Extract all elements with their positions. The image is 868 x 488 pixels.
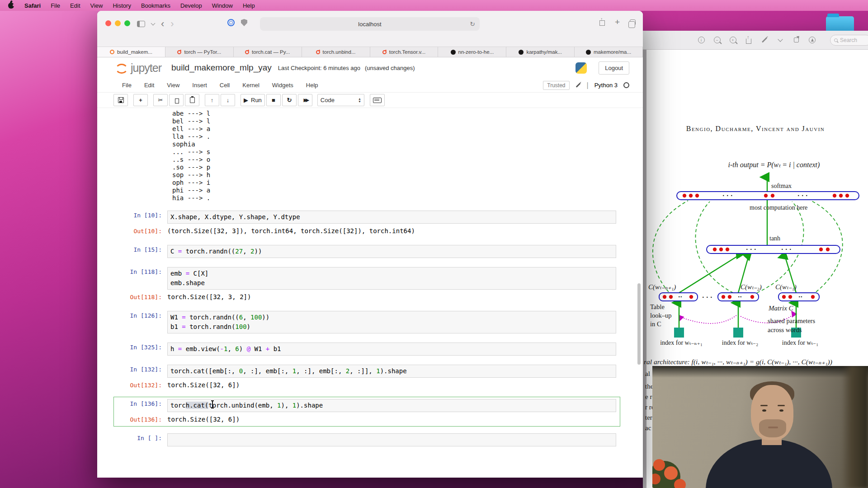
browser-tab[interactable]: torch.Tensor.v... — [370, 47, 439, 57]
zoom-out-icon[interactable]: − — [713, 36, 721, 44]
tab-overview-icon[interactable] — [630, 19, 636, 25]
notebook-menu-edit[interactable]: Edit — [144, 82, 154, 89]
notebook-cell[interactable]: In [136]:torch.cat(torch.unbind(emb, 1),… — [113, 397, 620, 427]
zoom-in-icon[interactable]: + — [729, 36, 737, 44]
notebook-cell[interactable]: In [325]:h = emb.view(-1, 6) @ W1 + b1 — [113, 340, 620, 358]
forward-button[interactable]: › — [170, 19, 174, 29]
code-input[interactable] — [167, 433, 616, 446]
restart-kernel-button[interactable]: ↻ — [282, 94, 297, 106]
chevron-down-icon[interactable] — [151, 21, 156, 26]
input-prompt: In [10]: — [118, 211, 167, 224]
browser-tab[interactable]: build_makem... — [97, 47, 165, 57]
apple-icon[interactable] — [8, 3, 14, 9]
add-cell-button[interactable]: + — [133, 94, 148, 106]
share-icon[interactable] — [599, 20, 605, 26]
text-cursor — [212, 401, 213, 408]
close-button[interactable] — [105, 20, 111, 26]
reload-icon[interactable]: ↻ — [470, 20, 475, 28]
menubar-item[interactable]: History — [108, 2, 136, 9]
move-cell-down-button[interactable]: ↓ — [221, 94, 235, 106]
logout-button[interactable]: Logout — [599, 61, 629, 75]
command-palette-button[interactable] — [370, 94, 385, 106]
input-prompt: In [ ]: — [118, 433, 167, 446]
code-input[interactable]: torch.cat(torch.unbind(emb, 1), 1).shape — [167, 399, 616, 412]
notebook-menu-help[interactable]: Help — [306, 82, 318, 89]
browser-tab[interactable]: nn-zero-to-he... — [438, 47, 506, 57]
code-input[interactable]: emb = C[X]emb.shape — [167, 267, 616, 290]
back-button[interactable]: ‹ — [161, 19, 164, 29]
highlight-icon[interactable] — [808, 36, 816, 44]
flower — [664, 466, 678, 480]
jupyter-favicon — [110, 50, 114, 54]
notebook-menu-view[interactable]: View — [167, 82, 179, 89]
fullscreen-button[interactable] — [124, 20, 130, 26]
embedding-label: C(wₜ₋₁) — [775, 283, 797, 291]
notebook-menu-insert[interactable]: Insert — [192, 82, 207, 89]
code-input[interactable]: h = emb.view(-1, 6) @ W1 + b1 — [167, 343, 616, 356]
run-button[interactable]: ▶Run — [241, 94, 265, 106]
notebook-menu-kernel[interactable]: Kernel — [242, 82, 259, 89]
notebook-cell[interactable]: In [ ]: — [113, 431, 620, 449]
scrollbar[interactable] — [637, 283, 641, 365]
tab-label: nn-zero-to-he... — [458, 49, 494, 55]
svg-text:··: ·· — [738, 293, 742, 300]
github-favicon — [451, 50, 456, 55]
save-button[interactable] — [113, 94, 128, 106]
menubar-item[interactable]: Help — [238, 2, 260, 9]
jupyter-logo-text[interactable]: jupyter — [131, 61, 161, 75]
browser-tab[interactable]: karpathy/mak... — [506, 47, 575, 57]
flower — [674, 479, 686, 488]
code-input[interactable]: X.shape, X.dtype, Y.shape, Y.dtype — [167, 211, 616, 224]
chevron-down-icon[interactable] — [776, 36, 784, 44]
paste-cell-button[interactable] — [185, 94, 199, 106]
menubar-item[interactable]: File — [46, 2, 65, 9]
menubar-item[interactable]: View — [85, 2, 108, 9]
menubar-item[interactable]: Develop — [175, 2, 207, 9]
info-icon[interactable]: i — [697, 36, 705, 44]
code-input[interactable]: W1 = torch.randn((6, 100))b1 = torch.ran… — [167, 311, 616, 333]
jupyter-logo-icon[interactable] — [113, 61, 127, 75]
copy-cell-button[interactable] — [169, 94, 184, 106]
menubar-item[interactable]: Safari — [19, 2, 46, 9]
markup-pencil-icon[interactable] — [760, 36, 769, 44]
architecture-formula: ral architecture: f(i, wₜ₋₁, ···, wₜ₋ₙ₊₁… — [644, 358, 868, 366]
address-bar[interactable]: localhost ↻ — [260, 17, 480, 31]
cell-type-select[interactable]: Code ▲▼ — [317, 94, 364, 106]
notebook-menu-cell[interactable]: Cell — [220, 82, 230, 89]
shield-extension-icon[interactable] — [241, 19, 247, 26]
browser-tab[interactable]: makemore/ma... — [575, 47, 643, 57]
menubar-item[interactable]: Bookmarks — [136, 2, 175, 9]
move-cell-up-button[interactable]: ↑ — [205, 94, 219, 106]
minimize-button[interactable] — [115, 20, 121, 26]
stop-button[interactable]: ■ — [266, 94, 281, 106]
notebook-menu-file[interactable]: File — [122, 82, 132, 89]
menubar-item[interactable]: Edit — [65, 2, 85, 9]
code-input[interactable]: C = torch.randn((27, 2)) — [167, 245, 616, 258]
sidebar-toggle-icon[interactable] — [137, 21, 145, 27]
flower — [653, 459, 665, 471]
notebook-cell[interactable]: In [15]:C = torch.randn((27, 2)) — [113, 243, 620, 260]
notebook-cell[interactable]: In [10]:X.shape, X.dtype, Y.shape, Y.dty… — [113, 208, 620, 238]
notebook-cell[interactable]: In [118]:emb = C[X]emb.shapeOut[118]:tor… — [113, 265, 620, 304]
tab-label: torch — PyTor... — [184, 49, 221, 55]
notebook-cell[interactable]: In [126]:W1 = torch.randn((6, 100))b1 = … — [113, 309, 620, 336]
menubar-item[interactable]: Window — [207, 2, 238, 9]
input-prompt: In [126]: — [118, 311, 167, 333]
edit-pencil-icon[interactable] — [576, 83, 580, 88]
new-tab-button[interactable]: + — [615, 18, 620, 26]
share-icon[interactable] — [745, 36, 753, 44]
notebook-cell[interactable]: In [132]:torch.cat([emb[:, 0, :], emb[:,… — [113, 362, 620, 392]
notebook-menu-widgets[interactable]: Widgets — [272, 82, 293, 89]
person-beard — [759, 419, 786, 437]
browser-tab[interactable]: torch — PyTor... — [165, 47, 234, 57]
code-input[interactable]: torch.cat([emb[:, 0, :], emb[:, 1, :], e… — [167, 365, 616, 378]
browser-tab[interactable]: torch.unbind... — [302, 47, 370, 57]
restart-run-all-button[interactable]: ▶▶ — [298, 94, 312, 106]
notebook-title[interactable]: build_makemore_mlp_yay — [171, 63, 272, 73]
cut-cell-button[interactable]: ✂ — [153, 94, 168, 106]
search-field[interactable]: Search — [830, 35, 868, 46]
notebook-menu-items: FileEditViewInsertCellKernelWidgetsHelp — [122, 82, 331, 89]
extension-icon[interactable] — [227, 19, 235, 26]
browser-tab[interactable]: torch.cat — Py... — [234, 47, 302, 57]
rotate-icon[interactable] — [792, 36, 800, 44]
